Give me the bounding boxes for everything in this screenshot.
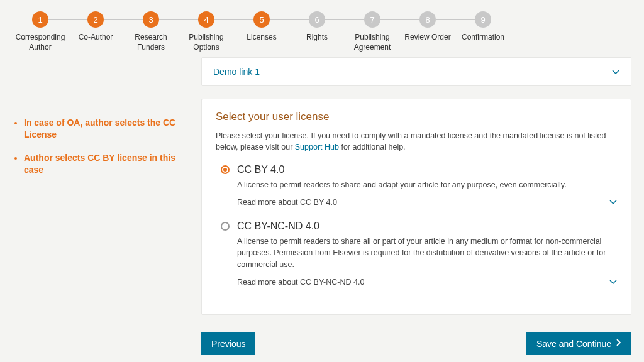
- step-label: Co-Author: [79, 33, 113, 43]
- license-option-header[interactable]: CC BY-NC-ND 4.0: [221, 221, 617, 232]
- step-2[interactable]: 2Co-Author: [68, 11, 123, 43]
- chevron-down-icon[interactable]: [609, 278, 617, 287]
- step-circle: 6: [309, 11, 325, 28]
- license-readmore-label[interactable]: Read more about CC BY-NC-ND 4.0: [237, 278, 364, 287]
- step-circle: 9: [475, 11, 491, 28]
- step-label: Publishing Options: [179, 33, 234, 52]
- step-label: Rights: [306, 33, 328, 43]
- license-instruction: Please select your license. If you need …: [216, 131, 617, 153]
- step-4[interactable]: 4Publishing Options: [179, 11, 234, 52]
- step-circle: 8: [419, 11, 436, 28]
- step-label: Licenses: [247, 33, 276, 43]
- license-option-description: A license to permit readers to share and…: [237, 179, 617, 190]
- save-continue-button[interactable]: Save and Continue: [526, 332, 631, 355]
- chevron-down-icon: [612, 67, 619, 77]
- support-hub-link[interactable]: Support Hub: [295, 143, 339, 151]
- step-label: Confirmation: [462, 33, 504, 43]
- sidebar-bullet: Author selects CC BY license in this cas…: [24, 152, 184, 176]
- step-circle: 3: [143, 11, 159, 28]
- step-1[interactable]: 1Corresponding Author: [13, 11, 68, 52]
- license-option-description: A license to permit readers to share all…: [237, 236, 617, 270]
- chevron-down-icon[interactable]: [609, 198, 617, 207]
- license-option-header[interactable]: CC BY 4.0: [221, 164, 617, 175]
- step-5[interactable]: 5Licenses: [234, 11, 289, 43]
- license-option: CC BY 4.0A license to permit readers to …: [216, 164, 617, 207]
- step-label: Review Order: [404, 33, 450, 43]
- step-circle: 1: [32, 11, 48, 28]
- step-circle: 5: [253, 11, 270, 28]
- step-circle: 4: [198, 11, 214, 28]
- sidebar-bullet: In case of OA, author selects the CC Lic…: [24, 117, 184, 141]
- step-7[interactable]: 7Publishing Agreement: [345, 11, 400, 52]
- step-8[interactable]: 8Review Order: [400, 11, 455, 43]
- radio-icon[interactable]: [221, 222, 230, 231]
- sidebar-notes: In case of OA, author selects the CC Lic…: [13, 57, 189, 362]
- step-label: Publishing Agreement: [345, 33, 400, 52]
- radio-icon[interactable]: [221, 165, 230, 174]
- license-option: CC BY-NC-ND 4.0A license to permit reade…: [216, 221, 617, 286]
- demo-link-label: Demo link 1: [213, 67, 260, 77]
- chevron-right-icon: [616, 339, 621, 348]
- step-label: Corresponding Author: [13, 33, 68, 52]
- action-row: Previous Save and Continue: [201, 332, 631, 362]
- license-panel: Select your user license Please select y…: [201, 99, 631, 315]
- previous-button[interactable]: Previous: [201, 332, 255, 355]
- license-option-title: CC BY-NC-ND 4.0: [237, 221, 319, 232]
- step-3[interactable]: 3Research Funders: [123, 11, 179, 52]
- step-9[interactable]: 9Confirmation: [455, 11, 511, 43]
- step-label: Research Funders: [123, 33, 179, 52]
- progress-stepper: 1Corresponding Author2Co-Author3Research…: [0, 0, 644, 57]
- license-heading: Select your user license: [216, 111, 617, 123]
- step-circle: 7: [364, 11, 380, 28]
- step-circle: 2: [87, 11, 104, 28]
- demo-link-panel[interactable]: Demo link 1: [201, 57, 631, 86]
- license-option-title: CC BY 4.0: [237, 164, 284, 175]
- license-readmore-label[interactable]: Read more about CC BY 4.0: [237, 198, 337, 207]
- step-6[interactable]: 6Rights: [289, 11, 345, 43]
